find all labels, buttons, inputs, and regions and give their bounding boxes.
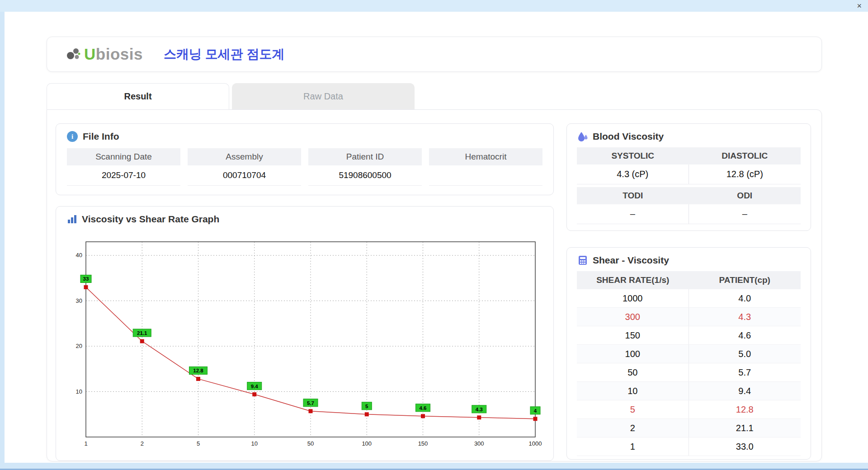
field-label: Hematocrit [429, 148, 542, 165]
field-patient-id: Patient ID 51908600500 [308, 148, 422, 186]
svg-text:5.7: 5.7 [307, 400, 314, 406]
patient-viscosity-cell: 21.1 [689, 419, 801, 437]
window-close-button[interactable]: × [857, 1, 862, 10]
graph-header: Viscosity vs Shear Rate Graph [56, 207, 553, 229]
patient-column-header: PATIENT(cp) [689, 271, 801, 289]
logo-text: Ubiosis [84, 45, 143, 63]
field-value: 2025-07-10 [67, 165, 180, 185]
svg-text:5: 5 [197, 440, 200, 447]
svg-text:20: 20 [76, 343, 82, 349]
svg-text:4.6: 4.6 [420, 405, 427, 411]
app-window: Ubiosis 스캐닝 모세관 점도계 Result Raw Data File… [5, 12, 868, 463]
app-header: Ubiosis 스캐닝 모세관 점도계 [47, 37, 822, 72]
table-row: – – [577, 204, 801, 224]
window-titlebar: × [0, 0, 868, 12]
svg-text:300: 300 [474, 440, 484, 447]
field-label: Scanning Date [67, 148, 180, 165]
main-panel: File Info Scanning Date 2025-07-10 Assem… [47, 109, 822, 461]
shear-rate-cell: 10 [577, 382, 689, 400]
blood-viscosity-table: SYSTOLIC DIASTOLIC 4.3 (cP) 12.8 (cP) TO… [567, 146, 811, 224]
patient-viscosity-cell: 12.8 [689, 400, 801, 418]
field-label: Assembly [188, 148, 301, 165]
table-row: 505.7 [577, 363, 801, 382]
svg-text:4: 4 [534, 408, 537, 414]
chart-svg: 10203040125105010015030010003321.112.89.… [65, 229, 544, 453]
shear-rate-cell: 300 [577, 308, 689, 326]
systolic-value: 4.3 (cP) [577, 164, 689, 184]
file-info-grid: Scanning Date 2025-07-10 Assembly 000710… [56, 146, 553, 186]
viscosity-graph-card: Viscosity vs Shear Rate Graph 1020304012… [56, 206, 554, 461]
svg-text:5: 5 [365, 404, 368, 409]
shear-rate-column-header: SHEAR RATE(1/s) [577, 271, 689, 289]
shear-rate-cell: 100 [577, 345, 689, 363]
shear-rate-cell: 1 [577, 437, 689, 456]
bar-chart-icon [67, 214, 77, 224]
info-icon [67, 131, 78, 142]
svg-text:30: 30 [76, 297, 82, 304]
table-row: 1504.6 [577, 326, 801, 345]
page-content: Ubiosis 스캐닝 모세관 점도계 Result Raw Data File… [5, 12, 868, 461]
patient-viscosity-cell: 4.6 [689, 326, 801, 344]
shear-viscosity-table: SHEAR RATE(1/s) PATIENT(cp) 10004.03004.… [567, 270, 811, 456]
patient-viscosity-cell: 4.0 [689, 289, 801, 307]
table-row: 4.3 (cP) 12.8 (cP) [577, 164, 801, 184]
field-label: Patient ID [308, 148, 422, 165]
shear-rate-cell: 50 [577, 363, 689, 381]
table-row: 3004.3 [577, 308, 801, 326]
svg-text:150: 150 [418, 440, 428, 447]
odi-label: ODI [689, 187, 801, 204]
patient-viscosity-cell: 5.7 [689, 363, 801, 381]
graph-title: Viscosity vs Shear Rate Graph [82, 214, 219, 225]
blood-viscosity-card: Blood Viscosity SYSTOLIC DIASTOLIC 4.3 (… [566, 123, 811, 231]
calculator-icon [578, 255, 588, 265]
ubiosis-logo-icon [66, 47, 81, 62]
table-row: SYSTOLIC DIASTOLIC [577, 147, 801, 164]
svg-text:1: 1 [84, 440, 87, 447]
svg-text:21.1: 21.1 [137, 330, 147, 336]
todi-value: – [577, 204, 689, 224]
odi-value: – [689, 204, 801, 224]
shear-rate-cell: 2 [577, 419, 689, 437]
right-column: Blood Viscosity SYSTOLIC DIASTOLIC 4.3 (… [566, 123, 811, 461]
svg-text:10: 10 [251, 440, 258, 447]
shear-viscosity-header: Shear - Viscosity [567, 248, 811, 270]
patient-viscosity-cell: 9.4 [689, 382, 801, 400]
tab-bar: Result Raw Data [47, 83, 868, 109]
todi-label: TODI [577, 187, 689, 204]
svg-text:50: 50 [307, 440, 314, 447]
svg-text:1000: 1000 [529, 440, 542, 447]
tab-result[interactable]: Result [47, 83, 229, 109]
blood-viscosity-title: Blood Viscosity [593, 131, 664, 142]
shear-table-body: 10004.03004.31504.61005.0505.7109.4512.8… [577, 289, 801, 456]
window-frame-left [0, 12, 5, 470]
shear-viscosity-title: Shear - Viscosity [593, 255, 669, 266]
table-row: 10004.0 [577, 289, 801, 308]
field-scanning-date: Scanning Date 2025-07-10 [67, 148, 180, 186]
shear-rate-cell: 1000 [577, 289, 689, 307]
table-row: 109.4 [577, 382, 801, 400]
field-assembly: Assembly 000710704 [188, 148, 301, 186]
diastolic-value: 12.8 (cP) [689, 164, 801, 184]
table-row: 512.8 [577, 400, 801, 419]
svg-text:4.3: 4.3 [476, 407, 483, 412]
systolic-label: SYSTOLIC [577, 147, 689, 164]
shear-viscosity-card: Shear - Viscosity SHEAR RATE(1/s) PATIEN… [566, 247, 811, 460]
viscosity-chart: 10203040125105010015030010003321.112.89.… [56, 229, 553, 455]
patient-viscosity-cell: 33.0 [689, 437, 801, 456]
patient-viscosity-cell: 4.3 [689, 308, 801, 326]
file-info-card: File Info Scanning Date 2025-07-10 Assem… [56, 123, 554, 195]
svg-text:2: 2 [141, 440, 144, 447]
page-title: 스캐닝 모세관 점도계 [164, 46, 285, 63]
table-row: 133.0 [577, 437, 801, 456]
file-info-title: File Info [83, 131, 119, 142]
svg-text:33: 33 [83, 276, 89, 282]
svg-text:100: 100 [362, 440, 372, 447]
ubiosis-logo: Ubiosis [66, 45, 143, 63]
tab-raw-data[interactable]: Raw Data [232, 83, 415, 109]
file-info-header: File Info [56, 124, 553, 146]
shear-rate-cell: 5 [577, 400, 689, 418]
table-row: 1005.0 [577, 345, 801, 363]
field-hematocrit: Hematocrit [429, 148, 542, 186]
window-frame-bottom [0, 463, 868, 470]
patient-viscosity-cell: 5.0 [689, 345, 801, 363]
